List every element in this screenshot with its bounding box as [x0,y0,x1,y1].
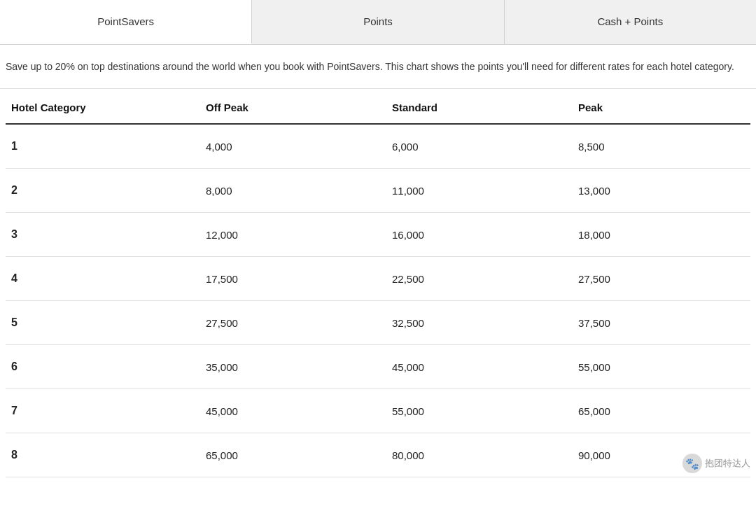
tab-cash-points-label: Cash + Points [597,15,663,27]
watermark-text: 抱团特达人 [705,457,750,470]
col-header-standard: Standard [378,89,564,124]
tab-pointsavers-label: PointSavers [97,15,154,27]
cell-category: 6 [6,345,192,389]
cell-standard: 22,500 [378,257,564,301]
table-row: 2 8,000 11,000 13,000 [6,169,750,213]
cell-off-peak: 45,000 [192,389,378,433]
cell-category: 3 [6,213,192,257]
table-row: 5 27,500 32,500 37,500 [6,301,750,345]
cell-peak: 55,000 [564,345,750,389]
points-table-container: Hotel Category Off Peak Standard Peak 1 … [0,89,756,477]
cell-off-peak: 17,500 [192,257,378,301]
cell-standard: 32,500 [378,301,564,345]
cell-peak: 13,000 [564,169,750,213]
tab-pointsavers[interactable]: PointSavers [0,0,252,44]
cell-category: 5 [6,301,192,345]
cell-off-peak: 27,500 [192,301,378,345]
cell-standard: 45,000 [378,345,564,389]
col-header-category: Hotel Category [6,89,192,124]
table-header-row: Hotel Category Off Peak Standard Peak [6,89,750,124]
tab-points-label: Points [363,15,393,27]
cell-category: 8 [6,433,192,477]
cell-off-peak: 4,000 [192,124,378,169]
description-text: Save up to 20% on top destinations aroun… [0,45,756,89]
cell-category: 4 [6,257,192,301]
tab-cash-points[interactable]: Cash + Points [505,0,756,44]
cell-peak: 27,500 [564,257,750,301]
table-row: 6 35,000 45,000 55,000 [6,345,750,389]
cell-category: 7 [6,389,192,433]
cell-peak: 90,000 🐾 抱团特达人 [564,433,750,477]
points-table: Hotel Category Off Peak Standard Peak 1 … [6,89,750,477]
cell-off-peak: 12,000 [192,213,378,257]
col-header-off-peak: Off Peak [192,89,378,124]
cell-category: 2 [6,169,192,213]
cell-standard: 55,000 [378,389,564,433]
col-header-peak: Peak [564,89,750,124]
cell-standard: 6,000 [378,124,564,169]
watermark-overlay: 🐾 抱团特达人 [682,454,750,473]
cell-standard: 16,000 [378,213,564,257]
tabs-nav: PointSavers Points Cash + Points [0,0,756,45]
cell-off-peak: 35,000 [192,345,378,389]
table-row: 8 65,000 80,000 90,000 🐾 抱团特达人 [6,433,750,477]
cell-peak: 8,500 [564,124,750,169]
cell-category: 1 [6,124,192,169]
cell-off-peak: 65,000 [192,433,378,477]
table-row: 7 45,000 55,000 65,000 [6,389,750,433]
cell-peak: 37,500 [564,301,750,345]
cell-standard: 80,000 [378,433,564,477]
table-row: 3 12,000 16,000 18,000 [6,213,750,257]
table-row: 4 17,500 22,500 27,500 [6,257,750,301]
table-row: 1 4,000 6,000 8,500 [6,124,750,169]
watermark-icon: 🐾 [682,454,702,473]
cell-standard: 11,000 [378,169,564,213]
cell-peak: 65,000 [564,389,750,433]
cell-off-peak: 8,000 [192,169,378,213]
cell-peak: 18,000 [564,213,750,257]
tab-points[interactable]: Points [252,0,504,44]
